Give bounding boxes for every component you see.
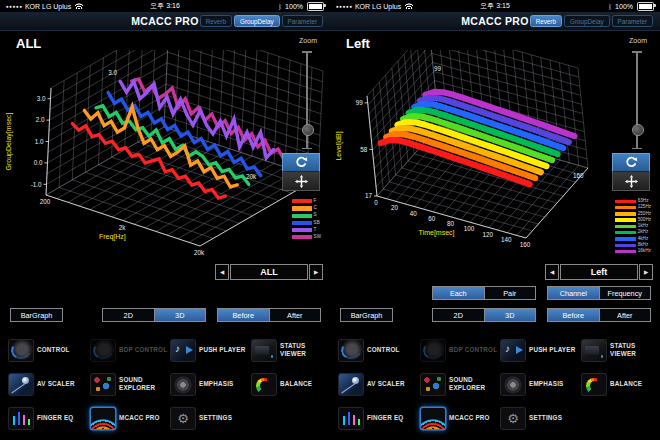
legend-label: 63Hz (638, 199, 649, 204)
launcher-item-label: BDP CONTROL (119, 346, 171, 354)
tab-parameter[interactable]: Parameter (612, 15, 653, 27)
svg-text:20: 20 (391, 204, 399, 211)
launcher-item-bdp[interactable]: BDP CONTROL (421, 333, 501, 367)
legend-item: 125Hz (615, 205, 651, 210)
launcher-item-bdp[interactable]: BDP CONTROL (91, 333, 171, 367)
launcher-item-balance[interactable]: BALANCE (582, 367, 660, 401)
channel-select-value[interactable]: Left (560, 264, 638, 280)
svg-text:99: 99 (434, 65, 442, 72)
bdp-app-icon (421, 340, 445, 361)
launcher-item-label: SOUND EXPLORER (119, 376, 171, 391)
launcher-item-label: FINGER EQ (367, 414, 419, 422)
tab-reverb[interactable]: Reverb (200, 15, 232, 27)
bargraph-button[interactable]: BarGraph (340, 308, 393, 322)
toggle-after[interactable]: After (600, 308, 652, 322)
toggle-3d[interactable]: 3D (155, 308, 207, 322)
before-after-toggle: Before After (217, 308, 321, 322)
before-after-toggle: Before After (547, 308, 651, 322)
signal-strength-icon: ●●●●● (336, 4, 353, 9)
title-bar: MCACC PRO Reverb GroupDelay Parameter (0, 12, 330, 31)
launcher-item-push[interactable]: PUSH PLAYER (171, 333, 252, 367)
groupdelay-3d-graph[interactable]: 3.02.01.00.0-1.02002k20kFreq[Hz]GroupDel… (0, 50, 330, 262)
each-pair-toggle: Each Pair (432, 286, 536, 300)
toggle-each[interactable]: Each (432, 286, 485, 300)
launcher-item-label: BALANCE (610, 380, 660, 388)
rotate-icon (295, 156, 308, 169)
launcher-item-status[interactable]: STATUS VIEWER (252, 333, 332, 367)
launcher-item-balance[interactable]: BALANCE (252, 367, 332, 401)
launcher-item-sound[interactable]: SOUND EXPLORER (91, 367, 171, 401)
legend-item: T (292, 228, 321, 233)
legend-item: 8kHz (615, 243, 651, 248)
launcher-item-mcacc[interactable]: MCACC PRO (421, 401, 501, 435)
toggle-2d[interactable]: 2D (432, 308, 485, 322)
tab-parameter[interactable]: Parameter (282, 15, 323, 27)
reverb-3d-graph[interactable]: 995817020406080100120140160Time[msec]Lev… (330, 50, 660, 262)
push-app-icon (501, 340, 525, 361)
launcher-item-label: SETTINGS (529, 414, 581, 422)
launcher-item-settings[interactable]: SETTINGS (171, 401, 252, 435)
launcher-item-settings[interactable]: SETTINGS (501, 401, 582, 435)
toggle-pair[interactable]: Pair (485, 286, 537, 300)
rotate-button[interactable] (612, 153, 650, 172)
zoom-slider[interactable] (306, 52, 308, 148)
launcher-item-mcacc[interactable]: MCACC PRO (91, 401, 171, 435)
legend-swatch (615, 206, 636, 209)
launcher-item-status[interactable]: STATUS VIEWER (582, 333, 660, 367)
screen-groupdelay: ●●●●● KOR LG Uplus 오후 3:16 ᛒ 100% MCACC … (0, 0, 331, 440)
move-button[interactable] (612, 172, 650, 191)
zoom-slider[interactable] (636, 52, 638, 148)
legend-item: F (292, 199, 321, 204)
legend-swatch (292, 221, 312, 225)
svg-text:80: 80 (447, 220, 455, 227)
launcher-item-label: AV SCALER (37, 380, 89, 388)
next-channel-button[interactable]: ▶ (639, 264, 653, 280)
battery-icon (307, 2, 324, 11)
signal-strength-icon: ●●●●● (6, 4, 23, 9)
launcher-item-label: FINGER EQ (37, 414, 89, 422)
toggle-channel[interactable]: Channel (547, 286, 600, 300)
tab-bar: Reverb GroupDelay Parameter (530, 15, 653, 27)
zoom-label: Zoom (299, 37, 317, 44)
status-bar: ●●●●● KOR LG Uplus 오후 3:15 ᛒ 100% (330, 0, 660, 12)
launcher-item-control[interactable]: CONTROL (339, 333, 421, 367)
zoom-knob[interactable] (632, 124, 644, 136)
svg-text:160: 160 (573, 172, 584, 179)
svg-text:140: 140 (501, 236, 512, 243)
control-app-icon (9, 340, 33, 361)
toggle-before[interactable]: Before (547, 308, 600, 322)
zoom-knob[interactable] (302, 124, 314, 136)
toggle-before[interactable]: Before (217, 308, 270, 322)
tab-groupdelay[interactable]: GroupDelay (564, 15, 610, 27)
bargraph-button[interactable]: BarGraph (10, 308, 63, 322)
launcher-item-finger[interactable]: FINGER EQ (339, 401, 421, 435)
legend-label: 16kHz (638, 249, 651, 254)
toggle-2d[interactable]: 2D (102, 308, 155, 322)
launcher-item-av[interactable]: AV SCALER (339, 367, 421, 401)
toggle-3d[interactable]: 3D (485, 308, 537, 322)
launcher-item-label: MCACC PRO (119, 414, 171, 422)
prev-channel-button[interactable]: ◀ (545, 264, 559, 280)
channel-select-value[interactable]: ALL (230, 264, 308, 280)
legend-item: 500Hz (615, 218, 651, 223)
legend-swatch (292, 206, 312, 210)
launcher-item-control[interactable]: CONTROL (9, 333, 91, 367)
tab-reverb[interactable]: Reverb (530, 15, 562, 27)
screen-reverb: ●●●●● KOR LG Uplus 오후 3:15 ᛒ 100% MCACC … (330, 0, 660, 440)
svg-text:-1.0: -1.0 (31, 181, 42, 188)
launcher-item-emphasis[interactable]: EMPHASIS (171, 367, 252, 401)
launcher-item-push[interactable]: PUSH PLAYER (501, 333, 582, 367)
launcher-item-emphasis[interactable]: EMPHASIS (501, 367, 582, 401)
toggle-frequency[interactable]: Frequency (600, 286, 652, 300)
launcher-item-av[interactable]: AV SCALER (9, 367, 91, 401)
launcher-item-finger[interactable]: FINGER EQ (9, 401, 91, 435)
tab-groupdelay[interactable]: GroupDelay (234, 15, 280, 27)
rotate-button[interactable] (282, 153, 320, 172)
next-channel-button[interactable]: ▶ (309, 264, 323, 280)
legend-label: T (314, 228, 317, 233)
launcher-item-sound[interactable]: SOUND EXPLORER (421, 367, 501, 401)
move-button[interactable] (282, 172, 320, 191)
prev-channel-button[interactable]: ◀ (215, 264, 229, 280)
toggle-after[interactable]: After (270, 308, 322, 322)
zoom-label: Zoom (629, 37, 647, 44)
